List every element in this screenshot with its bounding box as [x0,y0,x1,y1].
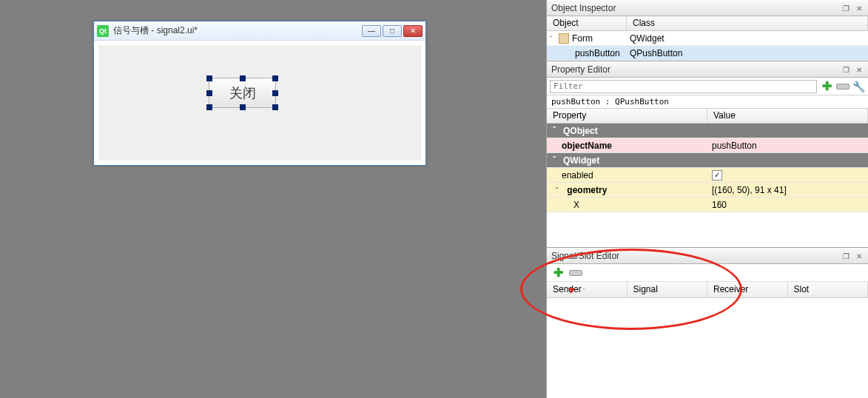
prop-row-geometry[interactable]: ˇ geometry [(160, 50), 91 x 41] [547,183,868,198]
design-window-title: 信号与槽 - signal2.ui* [113,24,198,37]
resize-handle-tm[interactable] [240,75,246,81]
column-sender[interactable]: Senderˇ [547,282,628,297]
prop-label: X [573,200,579,210]
prop-label: objectName [562,141,612,151]
object-inspector-header[interactable]: Object Inspector ❐ ✕ [547,0,868,16]
prop-value[interactable]: [(160, 50), 91 x 41] [707,185,868,195]
undock-icon[interactable]: ❐ [841,65,850,74]
settings-icon[interactable]: 🔧 [852,81,865,92]
signal-slot-editor-header[interactable]: Signal/Slot Editor ❐ ✕ [547,248,868,264]
signal-slot-editor-body: ✚ Senderˇ Signal Receiver Slot ➤ [547,264,868,398]
remove-connection-button[interactable] [569,270,582,276]
enabled-checkbox[interactable]: ✓ [712,170,722,181]
column-slot[interactable]: Slot [788,282,869,297]
close-button[interactable]: ✕ [403,25,423,37]
prop-value[interactable]: pushButton [707,141,868,151]
prop-row-objectname[interactable]: objectName pushButton [547,138,868,153]
close-panel-icon[interactable]: ✕ [855,252,864,260]
property-editor-title: Property Editor [551,64,610,75]
column-value[interactable]: Value [707,109,868,123]
section-qobject[interactable]: ˇQObject [547,124,868,138]
tree-item-class: QPushButton [627,48,868,58]
prop-value[interactable]: 160 [707,200,868,210]
column-signal[interactable]: Signal [628,282,708,297]
column-property[interactable]: Property [547,109,707,123]
design-window: Qt 信号与槽 - signal2.ui* — □ ✕ 关闭 [93,21,426,166]
selected-object-label: pushButton : QPushButton [547,95,868,109]
chevron-down-icon[interactable]: ˇ [556,186,565,194]
property-columns[interactable]: Property Value [547,109,868,124]
object-inspector-title: Object Inspector [551,3,616,13]
property-editor-header[interactable]: Property Editor ❐ ✕ [547,61,868,78]
maximize-button[interactable]: □ [383,25,402,37]
sort-indicator-icon: ˇ [583,287,585,294]
signal-slot-toolbar: ✚ [547,264,868,282]
undock-icon[interactable]: ❐ [841,252,850,260]
object-inspector-body[interactable]: Object Class ˇ Form QWidget pushButton Q… [547,16,868,61]
undock-icon[interactable]: ❐ [841,4,850,13]
filter-input[interactable] [550,80,817,93]
signal-slot-list[interactable] [547,298,868,398]
resize-handle-tl[interactable] [206,75,212,81]
qt-icon: Qt [97,25,109,37]
push-button-label: 关闭 [229,84,256,102]
close-panel-icon[interactable]: ✕ [855,65,864,74]
column-object[interactable]: Object [547,16,627,30]
signal-slot-columns[interactable]: Senderˇ Signal Receiver Slot [547,282,868,298]
tree-row-pushbutton[interactable]: pushButton QPushButton [547,46,868,61]
prop-label: geometry [567,185,607,195]
prop-label: enabled [562,170,593,181]
close-panel-icon[interactable]: ✕ [855,4,864,13]
push-button-widget[interactable]: 关闭 [209,78,276,108]
prop-row-x[interactable]: X 160 [547,198,868,212]
minimize-button[interactable]: — [362,25,381,37]
expander-icon[interactable]: ˇ [550,35,559,42]
resize-handle-mr[interactable] [272,90,278,96]
resize-handle-bl[interactable] [206,104,212,110]
right-dock-panels: Object Inspector ❐ ✕ Object Class ˇ Form… [546,0,868,398]
property-editor-body: ✚ 🔧 pushButton : QPushButton Property Va… [547,78,868,248]
signal-slot-editor-title: Signal/Slot Editor [551,251,619,261]
resize-handle-ml[interactable] [206,90,212,96]
tree-row-form[interactable]: ˇ Form QWidget [547,31,868,46]
design-window-titlebar[interactable]: Qt 信号与槽 - signal2.ui* — □ ✕ [94,21,425,41]
prop-row-enabled[interactable]: enabled ✓ [547,168,868,183]
tree-item-label: Form [572,33,593,44]
design-canvas[interactable]: Qt 信号与槽 - signal2.ui* — □ ✕ 关闭 [0,0,546,398]
resize-handle-br[interactable] [272,104,278,110]
tree-item-class: QWidget [627,33,868,44]
section-qwidget[interactable]: ˇQWidget [547,153,868,168]
design-form-surface[interactable]: 关闭 [94,41,425,165]
object-inspector-columns[interactable]: Object Class [547,16,868,31]
add-connection-button[interactable]: ✚ [551,266,565,280]
chevron-down-icon[interactable]: ˇ [553,126,563,136]
column-receiver[interactable]: Receiver [707,282,788,297]
add-property-button[interactable]: ✚ [820,80,833,93]
tree-item-label: pushButton [575,48,620,58]
resize-handle-tr[interactable] [272,75,278,81]
property-filter-bar: ✚ 🔧 [547,78,868,95]
chevron-down-icon[interactable]: ˇ [553,155,563,166]
remove-property-button[interactable] [836,84,850,90]
resize-handle-bm[interactable] [240,104,246,110]
form-icon [559,33,569,44]
column-class[interactable]: Class [627,16,868,30]
